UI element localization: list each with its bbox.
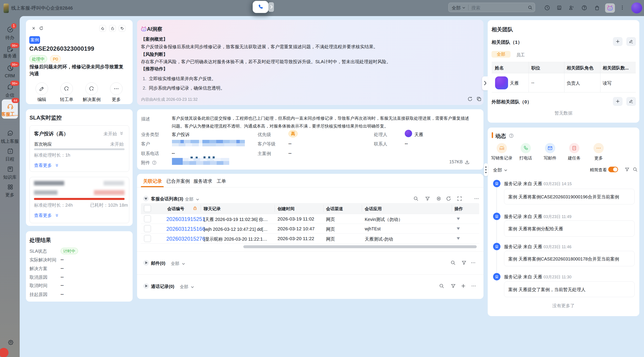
svg-text:5: 5 — [10, 150, 11, 153]
